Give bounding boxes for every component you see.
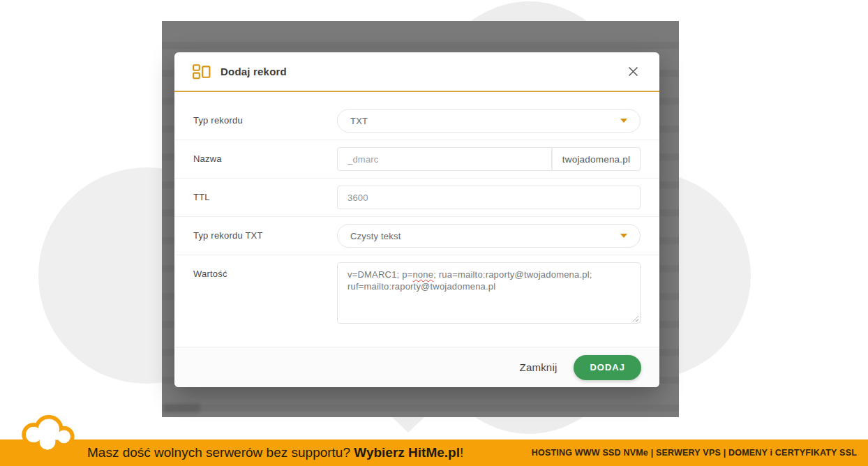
name-input[interactable] bbox=[337, 147, 552, 171]
value-text-part1: v=DMARC1; p= bbox=[347, 269, 412, 280]
form-row-record-type: Typ rekordu TXT bbox=[174, 102, 659, 140]
name-label: Nazwa bbox=[193, 147, 337, 164]
submit-button[interactable]: DODAJ bbox=[574, 355, 641, 380]
ad-question: Masz dość wolnych serwerów bez supportu? bbox=[87, 445, 354, 460]
modal-title: Dodaj rekord bbox=[220, 66, 287, 77]
records-icon bbox=[193, 64, 211, 80]
value-text-misspelled: none bbox=[412, 269, 433, 280]
record-type-value: TXT bbox=[350, 116, 368, 126]
form-row-name: Nazwa twojadomena.pl bbox=[174, 140, 659, 178]
resize-handle[interactable] bbox=[632, 315, 638, 322]
chevron-down-icon bbox=[620, 234, 627, 238]
record-type-label: Typ rekordu bbox=[193, 109, 337, 126]
add-record-modal: Dodaj rekord Typ rekordu TXT Nazwa twoja… bbox=[174, 52, 659, 387]
cloud-logo-icon bbox=[14, 414, 82, 455]
form-row-value: Wartość v=DMARC1; p=none; rua=mailto:rap… bbox=[174, 255, 659, 343]
ad-cta: Wybierz HitMe.pl bbox=[354, 445, 460, 460]
txt-type-select[interactable]: Czysty tekst bbox=[337, 224, 641, 248]
value-textarea[interactable]: v=DMARC1; p=none; rua=mailto:raporty@two… bbox=[337, 262, 641, 324]
modal-footer: Zamknij DODAJ bbox=[174, 347, 659, 387]
form-row-ttl: TTL bbox=[174, 178, 659, 216]
modal-header: Dodaj rekord bbox=[174, 52, 659, 92]
chevron-down-icon bbox=[620, 119, 627, 123]
ttl-input[interactable] bbox=[337, 186, 641, 209]
ad-banner[interactable]: Masz dość wolnych serwerów bez supportu?… bbox=[0, 439, 868, 466]
speech-bubble-tail bbox=[392, 417, 424, 433]
domain-suffix: twojadomena.pl bbox=[552, 147, 641, 171]
ttl-label: TTL bbox=[193, 186, 337, 202]
cancel-button[interactable]: Zamknij bbox=[520, 361, 558, 373]
txt-type-label: Typ rekordu TXT bbox=[193, 224, 337, 241]
close-button[interactable] bbox=[624, 63, 641, 80]
dimmed-page-content bbox=[164, 403, 200, 413]
record-type-select[interactable]: TXT bbox=[337, 109, 641, 133]
value-label: Wartość bbox=[193, 262, 337, 279]
ad-services-list: HOSTING WWW SSD NVMe | SERWERY VPS | DOM… bbox=[532, 439, 857, 466]
form-row-txt-type: Typ rekordu TXT Czysty tekst bbox=[174, 216, 659, 255]
ad-cta-suffix: ! bbox=[460, 445, 463, 460]
ad-slogan: Masz dość wolnych serwerów bez supportu?… bbox=[87, 439, 463, 466]
modal-body: Typ rekordu TXT Nazwa twojadomena.pl TTL… bbox=[174, 92, 659, 347]
txt-type-value: Czysty tekst bbox=[350, 231, 401, 241]
close-icon bbox=[628, 66, 638, 77]
